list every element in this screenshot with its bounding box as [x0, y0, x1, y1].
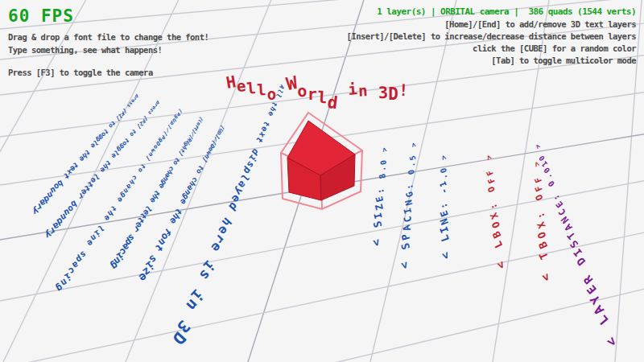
- hello-3d-glyph: [279, 90, 284, 100]
- app-window: All the text displayed here is in 3Dpres…: [0, 0, 644, 362]
- hello-3d-glyph: r: [308, 86, 317, 102]
- hello-3d-glyph: [340, 90, 345, 100]
- hint-camera-toggle: Press [F3] to toggle the camera: [8, 68, 208, 77]
- hello-3d-glyph: i: [348, 81, 358, 97]
- hello-3d-glyph: l: [246, 80, 257, 97]
- hello-3d-glyph: o: [267, 87, 276, 102]
- hello-3d-glyph: !: [398, 82, 409, 98]
- status-bar: 1 layer(s) | ORBITAL camera | 386 quads …: [347, 6, 636, 17]
- hello-3d-glyph: d: [326, 94, 338, 112]
- hello-3d-glyph: [370, 90, 376, 100]
- hud-left: 60 FPS Drag & drop a font file to change…: [8, 6, 208, 77]
- hint-add-layers: [Home]/[End] to add/remove 3D text layer…: [347, 19, 636, 29]
- hint-multicolor: [Tab] to toggle multicolor mode: [347, 56, 636, 65]
- hint-type: Type something, see what happens!: [8, 45, 208, 55]
- fps-counter: 60 FPS: [8, 6, 208, 26]
- hint-layer-distance: [Insert]/[Delete] to increase/decrease d…: [347, 31, 636, 41]
- hello-3d-glyph: l: [257, 82, 266, 98]
- hint-cube-click: click the [CUBE] for a random color: [347, 43, 636, 53]
- hello-3d-glyph: n: [358, 83, 368, 99]
- hint-drag-drop: Drag & drop a font file to change the fo…: [8, 32, 208, 42]
- hello-3d-glyph: e: [236, 78, 247, 94]
- hello-3d-glyph: o: [296, 83, 307, 100]
- hello-3d-glyph: l: [317, 89, 328, 106]
- hello-3d-glyph: 3: [378, 84, 389, 101]
- hello-3d-glyph: D: [388, 86, 398, 103]
- hud-right: 1 layer(s) | ORBITAL camera | 386 quads …: [347, 6, 636, 65]
